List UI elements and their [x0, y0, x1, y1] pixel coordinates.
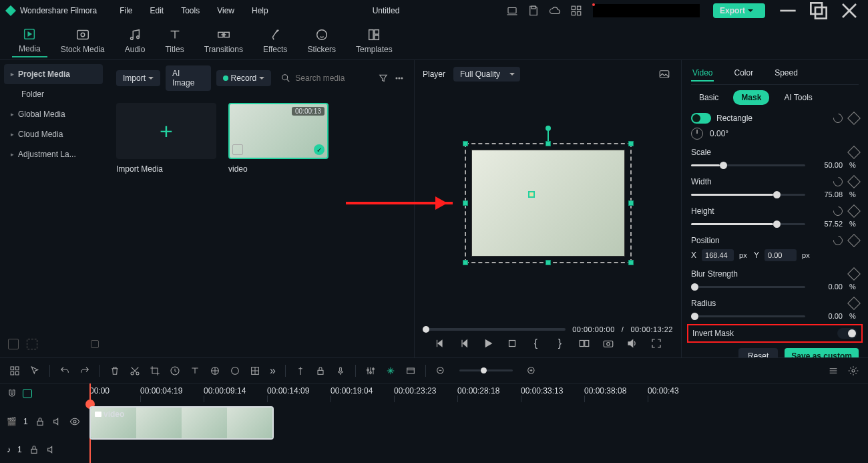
menu-edit[interactable]: Edit: [144, 3, 171, 18]
radius-value[interactable]: 0.00: [812, 312, 843, 320]
save-custom-button[interactable]: Save as custom: [785, 348, 859, 357]
zoom-in-icon[interactable]: [526, 365, 537, 376]
height-slider[interactable]: [691, 223, 805, 225]
sidebar-item-global-media[interactable]: ▸Global Media: [4, 104, 103, 124]
keyframe-icon[interactable]: [847, 175, 861, 188]
keyframe-icon[interactable]: [847, 297, 861, 310]
menu-view[interactable]: View: [210, 3, 241, 18]
menu-file[interactable]: File: [113, 3, 139, 18]
device-icon[interactable]: [506, 5, 518, 17]
props-tab-speed[interactable]: Speed: [773, 65, 799, 82]
apps-icon[interactable]: [570, 5, 582, 17]
rotate-handle[interactable]: [546, 126, 551, 131]
timeline-tracks[interactable]: 00:00 00:00:04:19 00:00:09:14 00:00:14:0…: [87, 383, 868, 463]
fullscreen-icon[interactable]: [650, 337, 662, 349]
search-input[interactable]: [295, 73, 369, 83]
keyframe-icon[interactable]: [847, 234, 861, 247]
timeline-clip[interactable]: video: [89, 406, 274, 440]
shape-toggle[interactable]: [691, 113, 711, 124]
blur-slider[interactable]: [691, 286, 805, 288]
crop-icon[interactable]: [150, 365, 160, 376]
media-card-video[interactable]: 00:00:13 ✓ video: [228, 103, 329, 174]
list-icon[interactable]: [828, 365, 839, 376]
props-tab-video[interactable]: Video: [691, 65, 714, 82]
new-folder-icon[interactable]: [27, 339, 37, 349]
mixer-icon[interactable]: [365, 365, 376, 376]
adjust-icon[interactable]: [250, 365, 260, 376]
link-icon[interactable]: [23, 389, 32, 398]
zoom-out-icon[interactable]: [435, 365, 446, 376]
undo-icon[interactable]: [59, 365, 70, 376]
export-button[interactable]: Export: [713, 3, 765, 18]
grid-icon[interactable]: [9, 365, 20, 376]
import-thumb[interactable]: +: [116, 103, 216, 159]
save-icon[interactable]: [527, 5, 539, 17]
color-icon[interactable]: [230, 365, 240, 376]
keyframe-icon[interactable]: [847, 267, 861, 281]
menu-help[interactable]: Help: [245, 3, 275, 18]
rotation-dial[interactable]: [691, 128, 703, 140]
sub-mask[interactable]: Mask: [733, 90, 769, 105]
minimize-button[interactable]: [775, 1, 801, 20]
quality-select[interactable]: Full Quality: [453, 67, 520, 82]
keyframe-icon[interactable]: [847, 146, 861, 159]
prev-frame-icon[interactable]: [434, 337, 446, 349]
volume-icon[interactable]: [626, 337, 638, 349]
search-media[interactable]: [276, 70, 373, 86]
account-box[interactable]: [593, 4, 700, 17]
props-tab-color[interactable]: Color: [732, 65, 754, 82]
zoom-slider[interactable]: [459, 369, 513, 371]
position-y-input[interactable]: [765, 249, 797, 261]
tab-transitions[interactable]: Transitions: [198, 25, 250, 57]
lock-icon[interactable]: [35, 416, 45, 427]
tab-templates[interactable]: Templates: [349, 25, 399, 57]
tab-stock-media[interactable]: Stock Media: [54, 25, 112, 57]
marker-icon[interactable]: [295, 365, 306, 376]
mute-icon[interactable]: [46, 444, 57, 455]
handle-br[interactable]: [628, 260, 634, 265]
keyframe-tool-icon[interactable]: [210, 365, 220, 376]
voice-icon[interactable]: [335, 365, 346, 376]
mute-icon[interactable]: [52, 416, 63, 427]
reset-icon[interactable]: [831, 234, 845, 247]
settings-icon[interactable]: [848, 365, 859, 376]
blur-value[interactable]: 0.00: [812, 283, 843, 291]
sidebar-item-cloud-media[interactable]: ▸Cloud Media: [4, 124, 103, 144]
sidebar-item-folder[interactable]: Folder: [4, 84, 103, 104]
mark-in-icon[interactable]: {: [530, 337, 542, 349]
scale-slider[interactable]: [691, 164, 805, 166]
sidebar-item-project-media[interactable]: ▸Project Media: [4, 64, 103, 84]
handle-tr[interactable]: [628, 141, 634, 146]
media-card-import[interactable]: + Import Media: [116, 103, 216, 174]
record-button[interactable]: Record: [216, 70, 272, 86]
handle-t[interactable]: [546, 141, 551, 146]
pointer-icon[interactable]: [29, 365, 40, 376]
snapshot-icon[interactable]: [658, 68, 670, 80]
collapse-sidebar-icon[interactable]: [91, 340, 99, 348]
tab-media[interactable]: Media: [12, 24, 47, 57]
scale-value[interactable]: 50.00: [812, 161, 843, 169]
height-value[interactable]: 57.52: [812, 220, 843, 228]
stop-icon[interactable]: [506, 337, 518, 349]
compare-icon[interactable]: [578, 337, 590, 349]
speed-icon[interactable]: [170, 365, 180, 376]
reset-button[interactable]: Reset: [738, 348, 778, 357]
cut-icon[interactable]: [130, 365, 140, 376]
redo-icon[interactable]: [79, 365, 90, 376]
new-bin-icon[interactable]: [8, 339, 19, 349]
timeline-ruler[interactable]: 00:00 00:00:04:19 00:00:09:14 00:00:14:0…: [87, 383, 868, 404]
close-button[interactable]: [836, 1, 863, 20]
radius-slider[interactable]: [691, 315, 805, 317]
sub-ai-tools[interactable]: AI Tools: [776, 90, 820, 105]
tab-stickers[interactable]: Stickers: [300, 25, 343, 57]
handle-b[interactable]: [546, 260, 551, 265]
camera-icon[interactable]: [602, 337, 614, 349]
sidebar-item-adjustment-layer[interactable]: ▸Adjustment La...: [4, 144, 103, 164]
text-icon[interactable]: [190, 365, 200, 376]
handle-tl[interactable]: [463, 141, 468, 146]
auto-align-icon[interactable]: [385, 365, 396, 376]
delete-icon[interactable]: [110, 365, 120, 376]
visibility-icon[interactable]: [69, 416, 80, 427]
overflow-icon[interactable]: »: [270, 365, 276, 377]
reset-icon[interactable]: [831, 175, 845, 188]
